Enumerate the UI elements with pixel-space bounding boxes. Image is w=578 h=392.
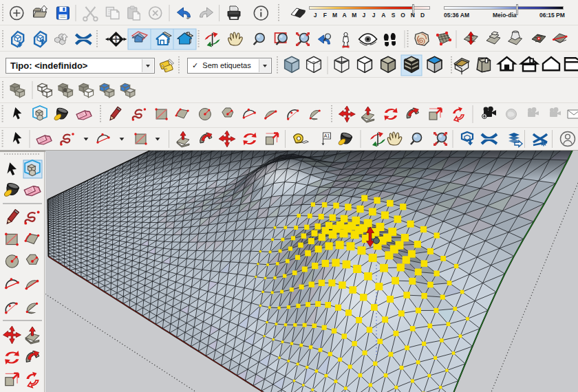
svg-text:A1: A1 (324, 133, 330, 138)
svg-text:S: S (115, 39, 117, 43)
svg-text:N: N (115, 36, 117, 39)
